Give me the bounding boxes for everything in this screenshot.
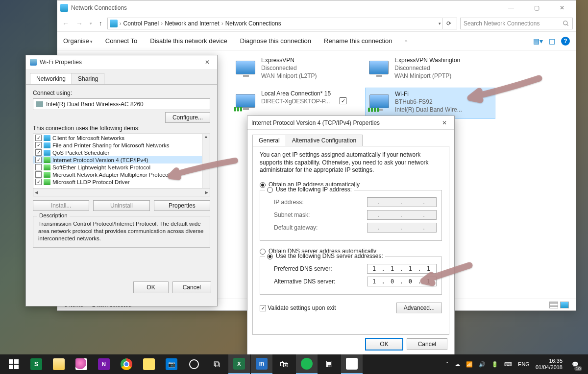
taskbar-onenote[interactable]: N <box>93 354 115 374</box>
maximize-button[interactable]: ▢ <box>526 0 547 15</box>
radio-use-dns[interactable] <box>267 254 273 259</box>
protocol-item[interactable]: ✓Internet Protocol Version 4 (TCP/IPv4) <box>33 156 210 164</box>
cancel-button[interactable]: Cancel <box>407 338 447 350</box>
checkbox[interactable]: ✓ <box>35 142 42 148</box>
checkbox[interactable] <box>35 164 42 170</box>
taskbar-file-explorer[interactable] <box>48 354 70 374</box>
ok-button[interactable]: OK <box>366 338 402 350</box>
wifi-icon[interactable]: 📶 <box>466 361 473 368</box>
taskbar-excel[interactable]: X <box>228 354 250 374</box>
taskbar-calculator[interactable]: 🖩 <box>318 354 340 374</box>
breadcrumb-segment[interactable]: Control Panel <box>123 20 159 27</box>
protocol-item[interactable]: ✓Microsoft LLDP Protocol Driver <box>33 178 210 186</box>
taskbar-paint[interactable] <box>71 354 92 374</box>
view-details-icon[interactable] <box>549 302 558 308</box>
connection-status: Disconnected <box>394 64 460 72</box>
connection-item-expressvpn[interactable]: ExpressVPN Disconnected WAN Miniport (L2… <box>232 54 362 86</box>
start-button[interactable] <box>3 354 24 374</box>
protocol-item[interactable]: ✓QoS Packet Scheduler <box>33 149 210 156</box>
more-menu-icon[interactable]: » <box>405 39 408 44</box>
minimize-button[interactable]: — <box>500 0 522 15</box>
radio-use-ip[interactable] <box>267 187 273 193</box>
taskbar-app[interactable]: S <box>25 354 47 374</box>
breadcrumb-segment[interactable]: Network and Internet <box>165 20 219 27</box>
action-center-icon[interactable]: 💬10 <box>568 357 582 371</box>
properties-button[interactable]: Properties <box>154 200 210 211</box>
checkbox[interactable]: ✓ <box>35 179 42 185</box>
taskbar-browser[interactable]: m <box>251 354 272 374</box>
battery-icon[interactable]: 🔋 <box>491 361 498 368</box>
diagnose-button[interactable]: Diagnose this connection <box>240 37 311 45</box>
dialog-title-bar[interactable]: Internet Protocol Version 4 (TCP/IPv4) P… <box>247 116 454 130</box>
keyboard-icon[interactable]: ⌨ <box>504 361 512 368</box>
nav-forward-icon[interactable]: → <box>74 19 85 28</box>
scrollbar-v[interactable]: ▲ <box>202 134 210 189</box>
cancel-button[interactable]: Cancel <box>172 281 211 293</box>
nav-recent-icon[interactable]: ▾ <box>88 20 94 27</box>
taskbar-sticky-notes[interactable] <box>138 354 160 374</box>
taskbar-chrome[interactable] <box>116 354 137 374</box>
advanced-button[interactable]: Advanced... <box>396 303 442 313</box>
taskbar[interactable]: S N 📷 ⧉ X m 🛍 🖩 ˄ ☁ 📶 🔊 🔋 ⌨ ENG 16:35 01… <box>0 354 588 374</box>
preview-pane-icon[interactable]: ◫ <box>549 37 555 45</box>
volume-icon[interactable]: 🔊 <box>479 361 486 368</box>
help-icon[interactable]: ? <box>561 37 570 46</box>
view-large-icon[interactable] <box>560 302 569 308</box>
taskbar-store[interactable]: 🛍 <box>273 354 295 374</box>
scrollbar-h[interactable]: ◀▶ <box>33 188 210 196</box>
checkbox[interactable]: ✓ <box>35 149 42 156</box>
tray-expand-icon[interactable]: ˄ <box>446 361 449 368</box>
network-connections-icon <box>60 4 68 12</box>
language-indicator[interactable]: ENG <box>518 361 530 367</box>
preferred-dns-input[interactable]: 1 . 1 . 1 . 1 <box>367 264 437 274</box>
checkbox[interactable]: ✓ <box>35 157 42 163</box>
rename-button[interactable]: Rename this connection <box>324 37 392 45</box>
tab-sharing[interactable]: Sharing <box>72 73 104 84</box>
tab-networking[interactable]: Networking <box>30 73 72 84</box>
taskbar-spotify[interactable] <box>296 354 318 374</box>
taskbar-camera[interactable]: 📷 <box>161 354 182 374</box>
system-tray[interactable]: ˄ ☁ 📶 🔊 🔋 ⌨ ENG 16:35 01/04/2018 💬10 <box>446 357 585 371</box>
refresh-icon[interactable]: ⟳ <box>442 18 455 29</box>
protocol-label: Microsoft Network Adapter Multiplexor Pr… <box>52 172 170 178</box>
protocol-item[interactable]: SoftEther Lightweight Network Protocol <box>33 164 210 171</box>
close-button[interactable]: ✕ <box>439 118 450 128</box>
ok-button[interactable]: OK <box>133 281 168 293</box>
organise-menu[interactable]: Organise▾ <box>63 37 93 45</box>
breadcrumb-segment[interactable]: Network Connections <box>225 20 281 27</box>
taskbar-settings-window[interactable] <box>341 354 363 374</box>
tab-alt-config[interactable]: Alternative Configuration <box>286 135 363 146</box>
checkbox[interactable]: ✓ <box>35 135 42 141</box>
install-button[interactable]: Install... <box>33 200 89 211</box>
adapter-field[interactable]: Intel(R) Dual Band Wireless-AC 8260 <box>33 98 210 110</box>
checkbox[interactable] <box>35 171 42 178</box>
alternative-dns-input[interactable]: 1 . 0 . 0 . 1 <box>367 277 437 286</box>
close-button[interactable]: ✕ <box>551 0 573 15</box>
taskbar-cortana[interactable] <box>183 354 205 374</box>
view-options-icon[interactable]: ▤▾ <box>533 37 543 45</box>
protocol-item[interactable]: ✓File and Printer Sharing for Microsoft … <box>33 141 210 149</box>
disable-device-button[interactable]: Disable this network device <box>150 37 227 45</box>
search-input[interactable]: Search Network Connections <box>460 18 573 29</box>
wifi-icon <box>30 59 37 66</box>
clock[interactable]: 16:35 01/04/2018 <box>536 358 563 370</box>
close-button[interactable]: ✕ <box>201 57 213 67</box>
nav-back-icon[interactable]: ← <box>60 19 71 28</box>
connect-to-button[interactable]: Connect To <box>105 37 138 45</box>
title-bar[interactable]: Network Connections — ▢ ✕ <box>57 0 576 15</box>
breadcrumb[interactable]: › Control Panel › Network and Internet ›… <box>107 18 458 29</box>
nav-up-icon[interactable]: ↑ <box>97 19 104 28</box>
protocol-list[interactable]: ✓Client for Microsoft Networks✓File and … <box>33 134 210 196</box>
protocol-item[interactable]: Microsoft Network Adapter Multiplexor Pr… <box>33 171 210 178</box>
connection-item-expressvpn-washington[interactable]: ExpressVPN Washington Disconnected WAN M… <box>365 54 495 86</box>
notes-icon <box>143 358 155 370</box>
uninstall-button[interactable]: Uninstall <box>93 200 149 211</box>
validate-checkbox[interactable]: ✓ Validate settings upon exit <box>260 304 336 311</box>
configure-button[interactable]: Configure... <box>165 112 210 123</box>
tab-general[interactable]: General <box>252 135 286 146</box>
protocol-item[interactable]: ✓Client for Microsoft Networks <box>33 134 210 141</box>
taskbar-task-view[interactable]: ⧉ <box>206 354 227 374</box>
dialog-title-bar[interactable]: Wi-Fi Properties ✕ <box>26 55 217 69</box>
connection-item-wifi[interactable]: ▮▮▮▮ Wi-Fi BTHub6-FS92 Intel(R) Dual Ban… <box>365 88 495 119</box>
onedrive-icon[interactable]: ☁ <box>455 361 460 368</box>
